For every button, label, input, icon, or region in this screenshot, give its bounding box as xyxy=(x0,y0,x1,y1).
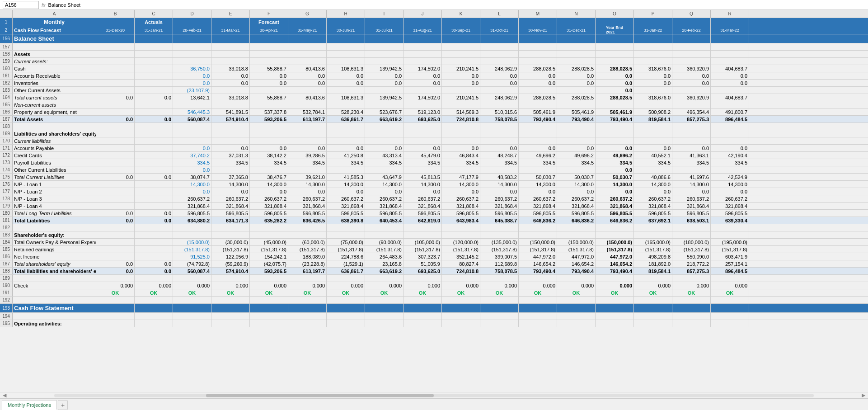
row-186: 186 Net Income 91,525.0 122,056.9 154,24… xyxy=(0,253,868,260)
tab-bar: Monthly Projections + xyxy=(0,398,868,410)
cell-185-A: Retained earnings xyxy=(13,246,96,253)
name-box[interactable]: A156 xyxy=(3,1,39,9)
row-164: 164 Total current assets 0.0 0.0 13,642.… xyxy=(0,94,868,101)
row-num-184: 184 xyxy=(0,239,13,245)
row-170: 170 Current liabilities xyxy=(0,137,868,145)
col-I-header[interactable]: I xyxy=(365,10,404,18)
scrollbar-track[interactable] xyxy=(54,394,814,397)
col-B-header[interactable]: B xyxy=(96,10,135,18)
col-H-header[interactable]: H xyxy=(327,10,365,18)
row-num-189: 189 xyxy=(0,275,13,282)
row-num-168: 168 xyxy=(0,123,13,130)
row-num-157: 157 xyxy=(0,43,13,50)
col-R-header[interactable]: R xyxy=(711,10,749,18)
col-Q-header[interactable]: Q xyxy=(672,10,711,18)
row-num-188: 188 xyxy=(0,268,13,274)
cell-1-P xyxy=(634,18,672,26)
row-num-182: 182 xyxy=(0,224,13,231)
cell-160-P: 318,676.0 xyxy=(634,65,672,72)
cell-1-R xyxy=(711,18,749,26)
row-num-165: 165 xyxy=(0,101,13,108)
scrollbar-thumb[interactable] xyxy=(206,394,434,397)
row-167: 167 Total Assets 0.0 0.0 560,087.4 574,9… xyxy=(0,116,868,123)
cell-156-F xyxy=(250,34,288,43)
col-A-header[interactable]: A xyxy=(13,10,96,18)
row-158: 158 Assets xyxy=(0,51,868,58)
cell-177-A: N/P - Loan 2 xyxy=(13,188,96,195)
row-num-175: 175 xyxy=(0,174,13,180)
cell-1-N xyxy=(557,18,596,26)
row-num-1: 1 xyxy=(0,18,13,26)
col-F-header[interactable]: F xyxy=(250,10,288,18)
col-C-header[interactable]: C xyxy=(135,10,173,18)
horizontal-scrollbar[interactable]: ◀ ▶ xyxy=(0,392,868,398)
cell-160-I: 139,942.5 xyxy=(365,65,404,72)
row-num-190: 190 xyxy=(0,282,13,289)
row-num-185: 185 xyxy=(0,246,13,253)
row-190: 190 Check 0.000 0.000 0.000 0.000 0.000 … xyxy=(0,282,868,289)
cell-160-F: 55,868.7 xyxy=(250,65,288,72)
cell-2-G: 31-May-21 xyxy=(288,26,327,34)
cell-180-A: Total Long-Term Liabilities xyxy=(13,210,96,217)
col-J-header[interactable]: J xyxy=(404,10,442,18)
cell-156-N xyxy=(557,34,596,43)
row-173: 173 Payroll Liabilities 334.5 334.5 334.… xyxy=(0,159,868,166)
tab-monthly-projections[interactable]: Monthly Projections xyxy=(2,400,57,410)
formula-value: Balance Sheet xyxy=(48,2,81,8)
cell-1-J xyxy=(404,18,442,26)
cell-1-B xyxy=(96,18,135,26)
cell-156-C xyxy=(135,34,173,43)
cell-2-D: 28-Feb-21 xyxy=(173,26,211,34)
spreadsheet: A156 fx Balance Sheet A B C D E F G H I … xyxy=(0,0,868,410)
cell-2-O: Year End2021 xyxy=(596,26,634,34)
row-191: 191 OK OK OK OK OK OK OK OK OK OK OK OK … xyxy=(0,289,868,297)
cell-1-L xyxy=(480,18,519,26)
col-D-header[interactable]: D xyxy=(173,10,211,18)
row-179: 179 N/P - Loan 4 321,868.4 321,868.4 321… xyxy=(0,203,868,210)
cell-160-A: Cash xyxy=(13,65,96,72)
row-168: 168 xyxy=(0,123,868,130)
cell-183-A: Shareholder's equity: xyxy=(13,231,96,238)
cell-160-D: 36,750.0 xyxy=(173,65,211,72)
row-num-160: 160 xyxy=(0,65,13,72)
col-M-header[interactable]: M xyxy=(519,10,557,18)
row-num-181: 181 xyxy=(0,217,13,224)
row-180: 180 Total Long-Term Liabilities 0.0 0.0 … xyxy=(0,210,868,217)
cell-188-A: Total liabilities and shareholders' equi… xyxy=(13,268,96,274)
row-num-162: 162 xyxy=(0,80,13,86)
add-tab-button[interactable]: + xyxy=(58,400,68,410)
col-E-header[interactable]: E xyxy=(211,10,250,18)
col-P-header[interactable]: P xyxy=(634,10,672,18)
row-num-167: 167 xyxy=(0,116,13,123)
col-K-header[interactable]: K xyxy=(442,10,480,18)
fx-label: fx xyxy=(42,2,46,8)
row-num-176: 176 xyxy=(0,181,13,188)
row-187: 187 Total shareholders' equity 0.0 0.0 (… xyxy=(0,260,868,268)
cell-191-A xyxy=(13,289,96,296)
cell-160-G: 80,413.6 xyxy=(288,65,327,72)
col-L-header[interactable]: L xyxy=(480,10,519,18)
cell-156-D xyxy=(173,34,211,43)
cell-162-A: Inventories xyxy=(13,80,96,86)
cell-2-M: 30-Nov-21 xyxy=(519,26,557,34)
col-N-header[interactable]: N xyxy=(557,10,596,18)
cell-2-B: 31-Dec-20 xyxy=(96,26,135,34)
cell-2-J: 31-Aug-21 xyxy=(404,26,442,34)
cell-158-A: Assets xyxy=(13,51,96,57)
row-194: 194 xyxy=(0,313,868,320)
col-G-header[interactable]: G xyxy=(288,10,327,18)
cell-2-H: 30-Jun-21 xyxy=(327,26,365,34)
cell-156-I xyxy=(365,34,404,43)
cell-1-E xyxy=(211,18,250,26)
cell-156-J xyxy=(404,34,442,43)
row-156: 156 Balance Sheet xyxy=(0,34,868,43)
row-162: 162 Inventories 0.0 0.0 0.0 0.0 0.0 0.0 … xyxy=(0,80,868,87)
cell-160-J: 174,502.0 xyxy=(404,65,442,72)
grid: 1 Monthly Actuals Forecast 2 Cash Flow F… xyxy=(0,18,868,392)
row-178: 178 N/P - Loan 3 260,637.2 260,637.2 260… xyxy=(0,195,868,203)
corner-cell xyxy=(0,10,13,18)
row-185: 185 Retained earnings (151,317.8) (151,3… xyxy=(0,246,868,253)
cell-160-K: 210,241.5 xyxy=(442,65,480,72)
cell-160-B xyxy=(96,65,135,72)
col-O-header[interactable]: O xyxy=(596,10,634,18)
